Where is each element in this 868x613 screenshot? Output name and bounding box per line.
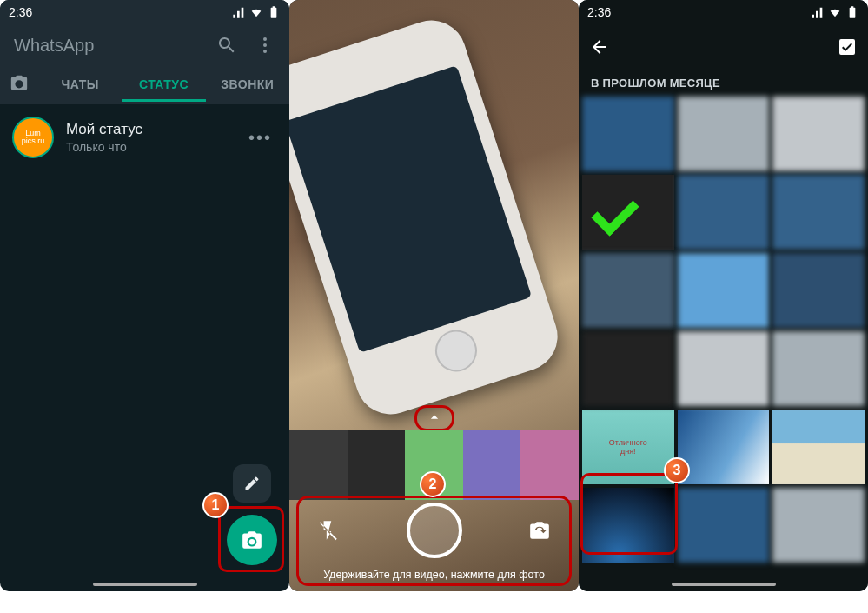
gallery-item[interactable] — [772, 488, 865, 563]
gallery-item[interactable]: Отличного дня! — [582, 410, 674, 484]
status-icons — [811, 5, 859, 19]
thumb-5[interactable] — [520, 430, 579, 500]
camera-icon — [10, 73, 29, 92]
tab-chats[interactable]: ЧАТЫ — [38, 67, 122, 102]
screen-camera: Удерживайте для видео, нажмите для фото … — [289, 0, 579, 591]
screen-status-tab: 2:36 WhatsApp ЧАТЫ СТАТУС ЗВОНКИ — [0, 0, 289, 591]
screen-gallery-picker: 2:36 В ПРОШЛОМ МЕСЯЦЕ — [579, 0, 868, 591]
gallery-item[interactable] — [582, 253, 674, 328]
more-vert-icon[interactable] — [255, 35, 275, 56]
my-status-avatar: Lum pics.ru — [12, 117, 54, 158]
gallery-item[interactable] — [582, 175, 674, 250]
nav-gesture-bar — [672, 583, 776, 586]
callout-badge-1: 1 — [202, 492, 229, 518]
clock: 2:36 — [9, 5, 32, 19]
gallery-item[interactable] — [772, 331, 865, 406]
callout-badge-3: 3 — [664, 457, 690, 483]
tab-camera[interactable] — [0, 73, 38, 96]
battery-icon — [267, 5, 281, 19]
title-row: WhatsApp — [0, 24, 289, 64]
wifi-icon — [828, 5, 842, 19]
back-icon[interactable] — [589, 37, 610, 57]
gallery-item[interactable] — [678, 97, 770, 171]
svg-point-0 — [263, 37, 267, 41]
camera-hint: Удерживайте для видео, нажмите для фото — [289, 569, 579, 581]
android-status-bar: 2:36 — [579, 0, 868, 24]
gallery-item[interactable] — [582, 331, 674, 406]
my-status-title: Мой статус — [66, 121, 243, 138]
gallery-item[interactable] — [772, 97, 865, 171]
fab-text-status[interactable] — [233, 464, 271, 503]
gallery-item[interactable] — [678, 410, 770, 484]
nav-gesture-bar — [93, 583, 197, 586]
switch-camera-icon[interactable] — [528, 519, 551, 542]
my-status-more[interactable]: ••• — [243, 128, 277, 148]
clock: 2:36 — [587, 5, 611, 19]
gallery-item[interactable] — [582, 97, 674, 171]
gallery-item-selected[interactable] — [582, 488, 674, 563]
fab-camera-status[interactable] — [227, 515, 277, 565]
status-list: Lum pics.ru Мой статус Только что ••• — [0, 104, 289, 170]
my-status-subtitle: Только что — [66, 140, 243, 154]
tab-calls[interactable]: ЗВОНКИ — [206, 67, 289, 102]
svg-point-1 — [263, 43, 267, 47]
fab-column — [227, 464, 277, 565]
viewfinder-subject — [289, 11, 567, 423]
gallery-item[interactable] — [678, 175, 770, 250]
signal-icon — [232, 5, 246, 19]
signal-icon — [811, 5, 825, 19]
appbar: 2:36 WhatsApp ЧАТЫ СТАТУС ЗВОНКИ — [0, 0, 289, 104]
thumb-4[interactable] — [463, 430, 521, 500]
svg-point-2 — [263, 50, 267, 53]
picker-toolbar — [579, 24, 868, 70]
app-title: WhatsApp — [14, 36, 199, 56]
gallery-drawer-handle[interactable] — [416, 407, 453, 428]
status-icons — [232, 5, 281, 19]
gallery-item[interactable] — [678, 331, 770, 406]
chevron-up-icon — [426, 409, 443, 426]
gallery-item[interactable] — [772, 410, 865, 484]
gallery-item[interactable] — [678, 253, 770, 328]
wifi-icon — [249, 5, 263, 19]
android-status-bar: 2:36 — [0, 0, 289, 24]
gallery-item[interactable] — [772, 175, 865, 250]
shutter-button[interactable] — [407, 503, 462, 558]
gallery-grid: Отличного дня! — [579, 97, 868, 563]
thumb-2[interactable] — [348, 430, 406, 500]
pencil-icon — [243, 475, 261, 492]
multiselect-icon[interactable] — [837, 37, 858, 57]
tab-status[interactable]: СТАТУС — [122, 67, 205, 102]
camera-controls — [298, 499, 570, 562]
gallery-item[interactable] — [772, 253, 865, 328]
my-status-text: Мой статус Только что — [66, 121, 243, 154]
search-icon[interactable] — [216, 35, 237, 56]
tab-bar: ЧАТЫ СТАТУС ЗВОНКИ — [0, 64, 289, 104]
section-header: В ПРОШЛОМ МЕСЯЦЕ — [579, 70, 868, 97]
gallery-item[interactable] — [678, 488, 770, 563]
callout-badge-2: 2 — [420, 471, 446, 497]
thumb-1[interactable] — [289, 430, 348, 500]
battery-icon — [845, 5, 859, 19]
my-status-row[interactable]: Lum pics.ru Мой статус Только что ••• — [0, 104, 289, 170]
camera-icon — [241, 529, 263, 551]
flash-off-icon[interactable] — [317, 519, 340, 542]
